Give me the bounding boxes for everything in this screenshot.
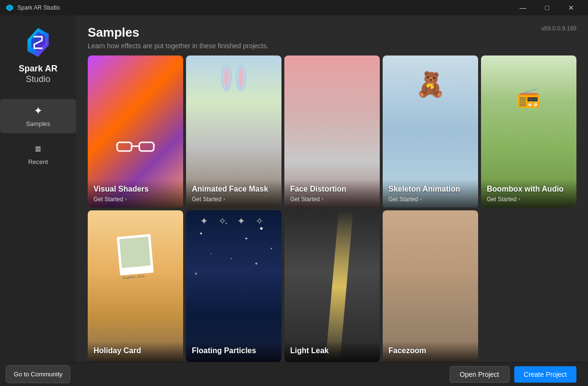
nav-item-samples[interactable]: ✦ Samples (0, 99, 76, 133)
card-cta-visual-shaders: Get Started › (94, 196, 177, 203)
card-cta-animated-face: Get Started › (192, 196, 276, 203)
sidebar: Spark AR Studio ✦ Samples ≡ Recent (0, 15, 76, 362)
window-controls: — □ ✕ (512, 0, 582, 15)
samples-grid: Visual Shaders Get Started › (76, 55, 588, 362)
card-title-facezoom: Facezoom (388, 346, 472, 355)
card-content-animated-face: Animated Face Mask Get Started › (186, 179, 281, 207)
footer-left: Go to Community (0, 365, 76, 383)
card-title-animated-face: Animated Face Mask (192, 184, 276, 193)
recent-icon: ≡ (35, 143, 41, 155)
card-title-holiday: Holiday Card (94, 346, 177, 355)
page-subtitle: Learn how effects are put together in th… (88, 42, 268, 50)
polaroid-decoration: Brighton, 2019 (114, 231, 157, 283)
main-content: Samples Learn how effects are put togeth… (76, 15, 588, 362)
visual-shaders-decoration (116, 139, 155, 154)
spark-ar-logo (21, 25, 55, 60)
titlebar-left: Spark AR Studio (6, 4, 60, 12)
card-cta-face-distortion: Get Started › (290, 196, 374, 203)
card-content-skeleton: Skeleton Animation Get Started › (383, 179, 478, 207)
card-cta-skeleton: Get Started › (388, 196, 472, 203)
maximize-button[interactable]: □ (536, 0, 558, 15)
logo-name: Spark AR (19, 64, 57, 74)
svg-point-21 (231, 258, 232, 259)
svg-point-16 (245, 237, 247, 239)
card-skeleton-animation[interactable]: 🧸 Skeleton Animation Get Started › (383, 55, 478, 207)
card-facezoom[interactable]: Facezoom (383, 210, 478, 362)
version-badge: v69.0.0.9.189 (541, 25, 576, 32)
svg-point-8 (224, 68, 229, 87)
card-title-visual-shaders: Visual Shaders (94, 184, 177, 193)
nav-items: ✦ Samples ≡ Recent (0, 99, 76, 171)
cta-arrow-icon: › (125, 196, 126, 202)
card-content-face-distortion: Face Distortion Get Started › (284, 179, 380, 207)
svg-rect-2 (117, 142, 132, 151)
samples-icon: ✦ (34, 105, 42, 117)
card-visual-shaders[interactable]: Visual Shaders Get Started › (88, 55, 183, 207)
card-content-light-leak: Light Leak (284, 341, 380, 362)
boombox-decoration: 📻 (517, 86, 541, 109)
card-title-light-leak: Light Leak (290, 346, 374, 355)
app-footer: Go to Community Open Project Create Proj… (0, 362, 588, 386)
cta-arrow-icon: › (321, 196, 323, 202)
cta-arrow-icon: › (223, 196, 225, 202)
header-text: Samples Learn how effects are put togeth… (88, 25, 268, 50)
card-content-holiday: Holiday Card (88, 341, 183, 362)
bear-decoration: 🧸 (415, 70, 445, 98)
bunny-ears-decoration (219, 63, 248, 97)
card-content-visual-shaders: Visual Shaders Get Started › (88, 179, 183, 207)
card-title-boombox: Boombox with Audio (487, 184, 571, 193)
nav-item-recent[interactable]: ≡ Recent (0, 137, 76, 171)
card-content-facezoom: Facezoom (383, 341, 478, 362)
minimize-button[interactable]: — (512, 0, 534, 15)
card-light-leak[interactable]: Light Leak (284, 210, 380, 362)
open-project-button[interactable]: Open Project (450, 366, 509, 383)
card-holiday-card[interactable]: Brighton, 2019 Holiday Card (88, 210, 183, 362)
footer-right: Open Project Create Project (450, 366, 576, 383)
svg-point-10 (239, 68, 243, 87)
card-content-particles: Floating Particles (186, 341, 281, 362)
svg-point-14 (200, 232, 202, 234)
page-title: Samples (88, 25, 268, 40)
app-icon (6, 4, 13, 12)
card-cta-boombox: Get Started › (487, 196, 571, 203)
card-boombox-audio[interactable]: 📻 Boombox with Audio Get Started › (481, 55, 576, 207)
card-bg-facezoom (383, 210, 478, 362)
svg-point-17 (211, 253, 212, 254)
app-title: Spark AR Studio (17, 4, 60, 11)
content-header: Samples Learn how effects are put togeth… (76, 15, 588, 55)
logo-sub: Studio (26, 74, 50, 84)
titlebar: Spark AR Studio — □ ✕ (0, 0, 588, 15)
svg-point-19 (271, 248, 272, 249)
nav-label-recent: Recent (28, 158, 48, 165)
svg-point-15 (226, 222, 227, 224)
svg-point-22 (255, 262, 257, 264)
card-content-boombox: Boombox with Audio Get Started › (481, 179, 576, 207)
svg-rect-12 (120, 236, 151, 268)
cta-arrow-icon: › (420, 196, 421, 202)
card-title-face-distortion: Face Distortion (290, 184, 374, 193)
close-button[interactable]: ✕ (560, 0, 582, 15)
go-to-community-button[interactable]: Go to Community (6, 365, 70, 383)
card-floating-particles[interactable]: ✦ ✧ ✦ ✧ Floating Particles (186, 210, 281, 362)
svg-point-20 (195, 273, 197, 275)
svg-rect-3 (139, 142, 154, 151)
card-animated-face-mask[interactable]: Animated Face Mask Get Started › (186, 55, 281, 207)
particles-decoration (186, 210, 281, 362)
nav-label-samples: Samples (26, 120, 51, 127)
card-title-particles: Floating Particles (192, 346, 276, 355)
svg-point-18 (260, 227, 263, 229)
card-title-skeleton: Skeleton Animation (388, 184, 472, 193)
create-project-button[interactable]: Create Project (514, 366, 576, 383)
cta-arrow-icon: › (518, 196, 520, 202)
logo-container: Spark AR Studio (19, 25, 57, 84)
svg-text:Brighton, 2019: Brighton, 2019 (122, 274, 145, 280)
app-body: Spark AR Studio ✦ Samples ≡ Recent Sampl… (0, 15, 588, 362)
card-face-distortion[interactable]: Face Distortion Get Started › (284, 55, 380, 207)
